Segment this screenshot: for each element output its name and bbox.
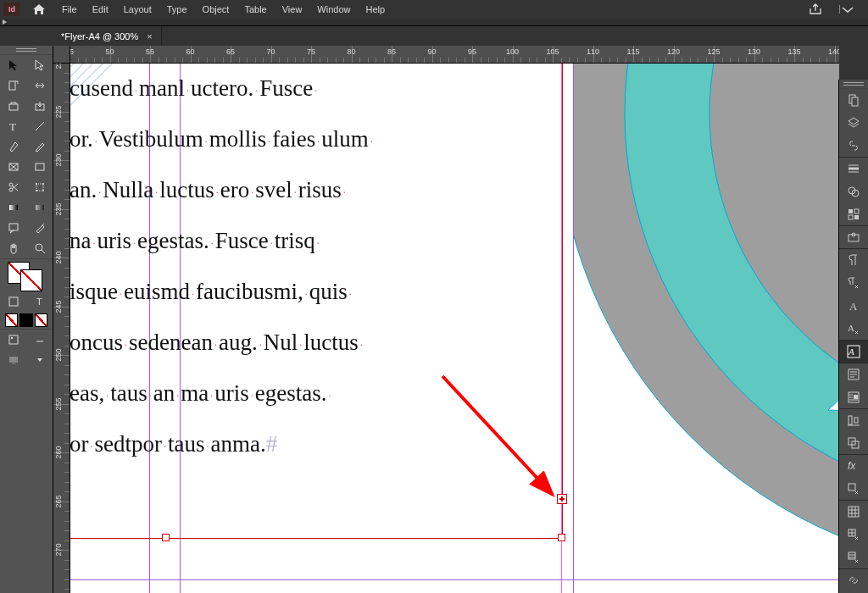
gradient-swatch-tool[interactable] [0, 197, 26, 218]
cell-styles-panel-icon[interactable] [846, 527, 861, 542]
gradient-feather-tool[interactable] [26, 197, 53, 218]
svg-rect-0 [839, 5, 840, 14]
svg-point-20 [36, 244, 42, 251]
paragraph-styles-panel-icon[interactable] [846, 275, 861, 291]
default-swatches[interactable] [0, 312, 53, 329]
links-panel-icon[interactable] [846, 138, 861, 153]
content-collector-tool[interactable] [0, 96, 26, 116]
menu-help[interactable]: Help [358, 2, 392, 17]
rectangle-frame-tool[interactable] [0, 157, 26, 177]
table-panel-icon[interactable] [846, 504, 861, 519]
pathfinder-panel-icon[interactable] [846, 435, 861, 451]
pencil-tool[interactable] [26, 136, 53, 157]
vertical-ruler[interactable]: 220225230235240245250255260265270275280 [53, 63, 70, 593]
stroke-panel-icon[interactable] [846, 161, 861, 176]
svg-rect-18 [36, 205, 44, 210]
share-icon[interactable] [809, 3, 822, 15]
svg-point-16 [42, 190, 44, 191]
effects-panel-icon[interactable]: fx [846, 458, 861, 474]
svg-rect-45 [849, 416, 852, 424]
svg-text:T: T [36, 296, 42, 307]
text-line: na·uris·egestas.·Fusce·trisq· [70, 215, 321, 269]
align-panel-icon[interactable] [846, 413, 861, 428]
svg-rect-26 [9, 357, 18, 363]
object-styles-panel-icon[interactable] [846, 481, 861, 496]
close-tab-icon[interactable]: × [147, 31, 152, 42]
menu-view[interactable]: View [275, 2, 310, 17]
document-tab[interactable]: *Flyer-A4 @ 300% × [53, 26, 162, 47]
scissors-tool[interactable] [0, 177, 26, 197]
menu-layout[interactable]: Layout [116, 2, 159, 17]
svg-rect-12 [36, 184, 43, 191]
glyphs-panel-icon[interactable]: A [846, 344, 861, 359]
cc-libraries-panel-icon[interactable] [846, 230, 861, 245]
svg-text:fx: fx [848, 460, 856, 472]
formatting-text-icon[interactable]: T [26, 291, 53, 312]
toolbox-collapse-icon[interactable] [0, 46, 53, 55]
horizontal-ruler[interactable]: 4550556065707580859095100105110115120125… [70, 46, 839, 64]
menu-table[interactable]: Table [236, 2, 274, 17]
page-tool[interactable] [0, 75, 26, 96]
content-placer-tool[interactable] [26, 96, 53, 116]
text-wrap-panel-icon[interactable] [846, 390, 861, 405]
pages-panel-icon[interactable] [846, 92, 861, 108]
paragraph-panel-icon[interactable] [846, 252, 861, 268]
swatches-panel-icon[interactable] [846, 207, 861, 222]
character-panel-icon[interactable]: A [846, 298, 861, 313]
svg-point-58 [625, 63, 839, 503]
menu-type[interactable]: Type [159, 2, 195, 17]
svg-rect-1 [9, 81, 15, 90]
svg-point-59 [709, 63, 839, 418]
text-line: cusend·manl·uctero.·Fusce· [70, 63, 319, 116]
workspace-switcher[interactable] [839, 4, 856, 14]
zoom-tool[interactable] [26, 238, 53, 258]
svg-rect-44 [854, 395, 858, 399]
pasteboard[interactable]: cusend·manl·uctero.·Fusce·or.·Vestibulum… [70, 63, 839, 593]
page[interactable]: cusend·manl·uctero.·Fusce·or.·Vestibulum… [70, 63, 839, 593]
fill-stroke-swatch[interactable] [0, 259, 53, 291]
ruler-guide[interactable] [70, 579, 839, 580]
view-mode-normal[interactable] [0, 330, 26, 350]
dock-collapse-icon[interactable] [839, 80, 868, 89]
direct-selection-tool[interactable] [26, 55, 53, 75]
frame-handle[interactable] [558, 534, 565, 541]
menu-edit[interactable]: Edit [85, 2, 116, 17]
svg-rect-29 [852, 97, 858, 106]
svg-rect-33 [854, 209, 859, 213]
gap-tool[interactable] [26, 75, 53, 96]
type-tool[interactable]: T [0, 116, 26, 136]
hyperlinks-panel-icon[interactable] [846, 573, 861, 588]
ruler-origin[interactable] [53, 46, 70, 64]
formatting-container-icon[interactable] [0, 291, 26, 312]
note-tool[interactable] [0, 218, 26, 238]
layers-panel-icon[interactable] [846, 115, 861, 130]
home-icon[interactable] [32, 3, 46, 15]
free-transform-tool[interactable] [26, 177, 53, 197]
screen-mode-menu-icon[interactable] [26, 350, 53, 370]
control-panel-bar [0, 19, 868, 26]
text-line: eas,·taus·an·ma·uris·egestas.· [70, 368, 332, 421]
table-styles-panel-icon[interactable] [846, 550, 861, 565]
svg-line-60 [442, 376, 553, 495]
screen-mode-icon[interactable] [0, 350, 26, 370]
svg-rect-25 [11, 337, 13, 339]
text-line: or·sedtpor·taus·anma.# [70, 418, 277, 472]
line-tool[interactable] [26, 116, 53, 136]
menu-file[interactable]: File [54, 2, 85, 17]
main-menubar: File Edit Layout Type Object Table View … [54, 2, 392, 17]
color-panel-icon[interactable] [846, 184, 861, 199]
svg-rect-54 [849, 552, 855, 559]
view-mode-menu-icon[interactable] [26, 330, 53, 350]
pen-tool[interactable] [0, 136, 26, 157]
right-panel-dock: A A A fx [838, 80, 868, 593]
menu-window[interactable]: Window [309, 2, 358, 17]
svg-rect-22 [9, 297, 18, 306]
frame-handle[interactable] [162, 534, 170, 541]
hand-tool[interactable] [0, 238, 26, 258]
selection-tool[interactable] [0, 55, 26, 75]
character-styles-panel-icon[interactable]: A [846, 321, 861, 336]
eyedropper-tool[interactable] [26, 218, 53, 238]
rectangle-tool[interactable] [26, 157, 53, 177]
story-panel-icon[interactable] [846, 367, 861, 382]
menu-object[interactable]: Object [195, 2, 237, 17]
